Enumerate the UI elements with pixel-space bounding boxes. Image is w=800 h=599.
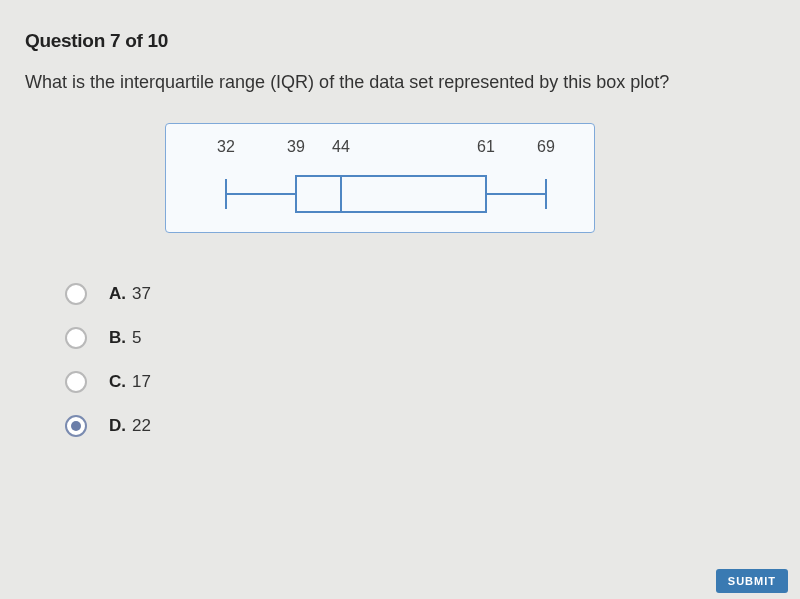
boxplot-label-q3: 61 — [477, 138, 495, 156]
boxplot-label-max: 69 — [537, 138, 555, 156]
question-text: What is the interquartile range (IQR) of… — [25, 70, 775, 95]
answer-letter: D. — [109, 416, 126, 436]
boxplot-svg — [166, 164, 596, 224]
answer-option-d[interactable]: D. 22 — [65, 415, 775, 437]
svg-rect-2 — [296, 176, 486, 212]
boxplot-label-min: 32 — [217, 138, 235, 156]
answer-list: A. 37 B. 5 C. 17 D. 22 — [65, 283, 775, 437]
answer-option-c[interactable]: C. 17 — [65, 371, 775, 393]
radio-icon — [65, 327, 87, 349]
submit-button[interactable]: SUBMIT — [716, 569, 788, 593]
answer-letter: C. — [109, 372, 126, 392]
radio-icon — [65, 371, 87, 393]
answer-option-a[interactable]: A. 37 — [65, 283, 775, 305]
answer-option-b[interactable]: B. 5 — [65, 327, 775, 349]
radio-icon — [65, 283, 87, 305]
answer-value: 5 — [132, 328, 141, 348]
radio-icon — [65, 415, 87, 437]
answer-letter: A. — [109, 284, 126, 304]
boxplot-chart: 32 39 44 61 69 — [165, 123, 595, 233]
answer-value: 17 — [132, 372, 151, 392]
answer-value: 37 — [132, 284, 151, 304]
boxplot-label-q1: 39 — [287, 138, 305, 156]
question-header: Question 7 of 10 — [25, 30, 775, 52]
answer-value: 22 — [132, 416, 151, 436]
boxplot-label-median: 44 — [332, 138, 350, 156]
answer-letter: B. — [109, 328, 126, 348]
